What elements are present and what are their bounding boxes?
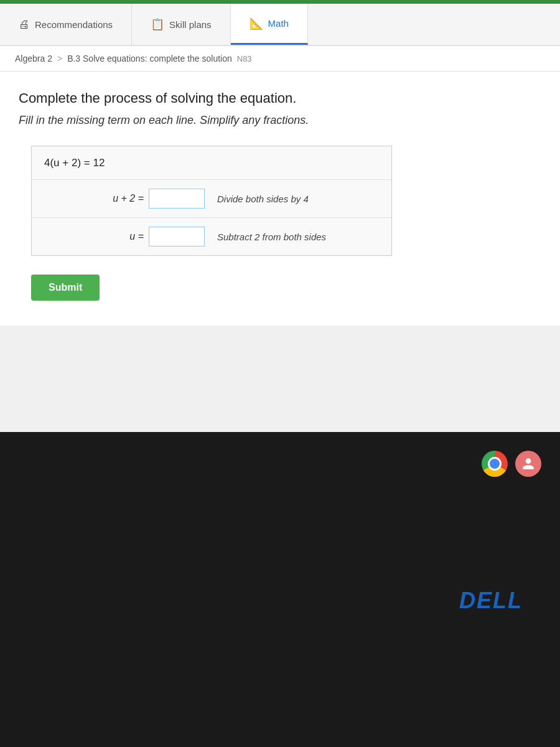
tab-recommendations-label: Recommendations <box>35 19 113 30</box>
problem-area: Complete the process of solving the equa… <box>0 72 560 326</box>
user-svg-icon <box>521 457 535 471</box>
problem-subtitle: Fill in the missing term on each line. S… <box>19 114 541 127</box>
equation-row-3: u = Subtract 2 from both sides <box>32 218 391 255</box>
equation-row-3-lhs: u = <box>44 231 144 242</box>
equation-row-2-lhs: u + 2 = <box>44 193 144 204</box>
tab-recommendations[interactable]: 🖨 Recommendations <box>0 4 132 45</box>
equation-row-2-hint: Divide both sides by 4 <box>217 194 309 204</box>
tab-bar: 🖨 Recommendations 📋 Skill plans 📐 Math <box>0 4 560 46</box>
equation-row-3-input[interactable] <box>149 227 205 247</box>
dark-section: DELL ← ⬜ ⋮⋮ <box>0 432 560 747</box>
equation-row-2-input[interactable] <box>149 189 205 209</box>
equation-row-2: u + 2 = Divide both sides by 4 <box>32 180 391 218</box>
main-content: Algebra 2 > B.3 Solve equations: complet… <box>0 46 560 432</box>
breadcrumb-separator: > <box>57 54 62 63</box>
taskbar-icons <box>482 451 541 477</box>
breadcrumb-tag: N83 <box>237 54 252 63</box>
tab-skill-plans-label: Skill plans <box>169 19 212 30</box>
tab-skill-plans[interactable]: 📋 Skill plans <box>132 4 231 45</box>
breadcrumb-current: B.3 Solve equations: complete the soluti… <box>67 54 232 63</box>
problem-title: Complete the process of solving the equa… <box>19 90 541 106</box>
breadcrumb-parent[interactable]: Algebra 2 <box>15 54 52 63</box>
equation-row-1-text: 4(u + 2) = 12 <box>44 157 105 169</box>
submit-button[interactable]: Submit <box>31 275 100 301</box>
math-icon: 📐 <box>250 17 263 31</box>
chrome-taskbar-icon[interactable] <box>482 451 508 477</box>
equation-row-3-hint: Subtract 2 from both sides <box>217 232 326 242</box>
tab-math[interactable]: 📐 Math <box>231 4 308 45</box>
user-taskbar-icon[interactable] <box>515 451 541 477</box>
skill-plans-icon: 📋 <box>151 17 164 31</box>
equation-row-1: 4(u + 2) = 12 <box>32 146 391 180</box>
breadcrumb: Algebra 2 > B.3 Solve equations: complet… <box>0 46 560 72</box>
tab-math-label: Math <box>268 18 289 29</box>
recommendations-icon: 🖨 <box>19 18 30 31</box>
equation-box: 4(u + 2) = 12 u + 2 = Divide both sides … <box>31 146 392 256</box>
dell-logo: DELL <box>459 588 523 614</box>
